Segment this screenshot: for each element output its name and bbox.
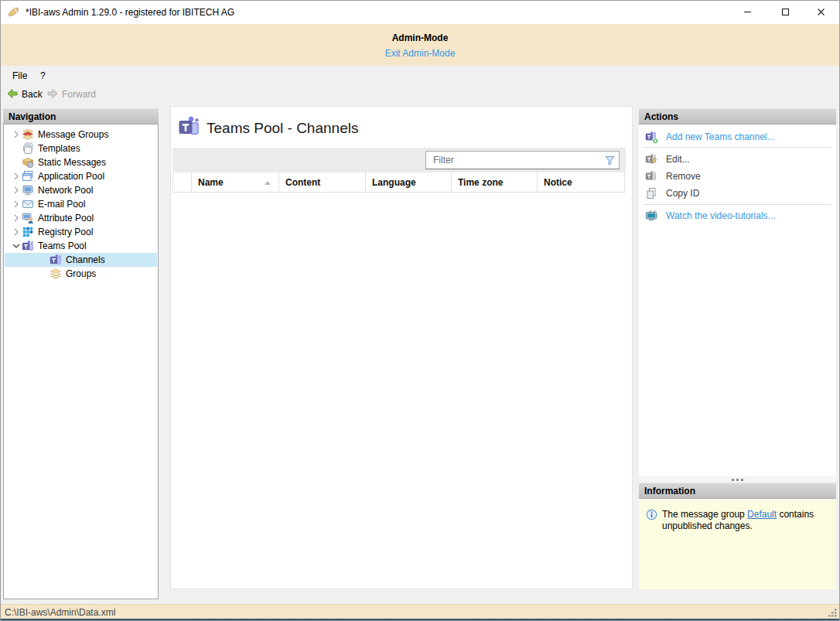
registry-pool-icon bbox=[22, 226, 34, 238]
table-body-empty bbox=[172, 193, 626, 587]
menu-bar: File ? bbox=[0, 66, 840, 84]
tree-item-attribute-pool[interactable]: Attribute Pool bbox=[5, 211, 157, 225]
navigation-panel: Navigation Message Groups Templates Stat… bbox=[3, 108, 159, 599]
minimize-button[interactable] bbox=[729, 0, 765, 24]
information-header: Information bbox=[639, 483, 836, 499]
navigation-header: Navigation bbox=[3, 108, 159, 125]
main-panel: Teams Pool - Channels Name Content Langu… bbox=[170, 106, 633, 589]
column-header-notice[interactable]: Notice bbox=[538, 172, 625, 193]
data-file-path: C:\IBI-aws\Admin\Data.xml bbox=[5, 607, 115, 618]
action-remove[interactable]: Remove bbox=[639, 169, 836, 184]
action-label: Copy ID bbox=[666, 188, 699, 199]
tree-item-label: Channels bbox=[66, 254, 105, 265]
add-teams-channel-icon bbox=[645, 131, 658, 144]
expander-icon[interactable] bbox=[11, 213, 22, 223]
back-label: Back bbox=[22, 89, 43, 100]
column-header-timezone[interactable]: Time zone bbox=[452, 172, 538, 193]
panel-splitter-handle[interactable] bbox=[639, 476, 836, 483]
application-pool-icon bbox=[22, 170, 34, 183]
tree-item-label: Attribute Pool bbox=[38, 213, 94, 223]
expander-icon[interactable] bbox=[11, 129, 22, 140]
toolbar: Back Forward bbox=[0, 84, 840, 104]
filter-input[interactable] bbox=[426, 152, 599, 169]
video-tutorials-icon bbox=[645, 210, 658, 223]
tree-item-templates[interactable]: Templates bbox=[5, 142, 157, 155]
forward-label: Forward bbox=[62, 89, 96, 100]
attribute-pool-icon bbox=[22, 212, 34, 224]
tree-item-label: Message Groups bbox=[38, 129, 108, 140]
app-icon bbox=[7, 5, 20, 19]
action-add-teams-channel[interactable]: Add new Teams channel... bbox=[639, 129, 836, 145]
tree-item-registry-pool[interactable]: Registry Pool bbox=[5, 225, 157, 239]
network-pool-icon bbox=[22, 184, 34, 196]
tree-item-static-messages[interactable]: Static Messages bbox=[5, 155, 157, 169]
tree-item-message-groups[interactable]: Message Groups bbox=[5, 128, 157, 142]
expander-spacer bbox=[11, 157, 22, 168]
collapse-icon[interactable] bbox=[11, 241, 22, 251]
column-header-content[interactable]: Content bbox=[279, 172, 366, 193]
copy-id-icon bbox=[645, 187, 658, 200]
table-header-indicator-column bbox=[172, 172, 192, 193]
default-message-group-link[interactable]: Default bbox=[747, 509, 777, 520]
actions-header: Actions bbox=[639, 108, 836, 125]
action-label: Edit... bbox=[666, 154, 690, 165]
info-text-before: The message group bbox=[662, 509, 747, 520]
forward-button[interactable]: Forward bbox=[46, 87, 96, 102]
action-label: Remove bbox=[666, 171, 701, 182]
back-button[interactable]: Back bbox=[6, 87, 43, 102]
column-header-name[interactable]: Name bbox=[192, 172, 279, 193]
tree-item-groups[interactable]: Groups bbox=[5, 267, 157, 281]
maximize-button[interactable] bbox=[767, 0, 803, 24]
tree-item-channels[interactable]: Channels bbox=[5, 253, 157, 267]
expander-icon[interactable] bbox=[11, 227, 22, 237]
tree-item-email-pool[interactable]: E-mail Pool bbox=[5, 197, 157, 211]
menu-file[interactable]: File bbox=[8, 69, 32, 83]
edit-icon bbox=[645, 153, 658, 166]
actions-separator bbox=[644, 147, 831, 148]
information-message: The message group Default contains unpub… bbox=[662, 509, 823, 532]
action-watch-video-tutorials[interactable]: Watch the video-tutorials... bbox=[639, 208, 836, 223]
menu-help[interactable]: ? bbox=[36, 69, 50, 83]
action-copy-id[interactable]: Copy ID bbox=[639, 186, 836, 201]
title-bar: *IBI-aws Admin 1.29.0 - registered for I… bbox=[0, 0, 840, 24]
close-button[interactable] bbox=[803, 0, 838, 24]
tree-item-label: Groups bbox=[66, 268, 96, 279]
tree-item-application-pool[interactable]: Application Pool bbox=[5, 169, 157, 183]
exit-admin-mode-link[interactable]: Exit Admin-Mode bbox=[0, 48, 840, 59]
column-header-language[interactable]: Language bbox=[366, 172, 452, 193]
expander-icon[interactable] bbox=[11, 185, 22, 196]
status-bar: C:\IBI-aws\Admin\Data.xml bbox=[0, 604, 840, 619]
column-label: Content bbox=[285, 177, 320, 188]
tree-item-network-pool[interactable]: Network Pool bbox=[5, 183, 157, 197]
templates-icon bbox=[22, 142, 34, 155]
remove-icon bbox=[645, 170, 658, 183]
page-title: Teams Pool - Channels bbox=[207, 120, 358, 137]
filter-funnel-icon[interactable] bbox=[604, 155, 616, 166]
tree-item-label: Network Pool bbox=[38, 185, 93, 196]
expander-icon[interactable] bbox=[11, 171, 22, 182]
expander-icon[interactable] bbox=[11, 199, 22, 210]
tree-item-label: Templates bbox=[38, 143, 80, 154]
filter-band bbox=[172, 148, 626, 172]
teams-title-icon bbox=[178, 115, 200, 138]
info-icon bbox=[646, 509, 657, 520]
expander-spacer bbox=[39, 254, 50, 265]
tree-item-teams-pool[interactable]: Teams Pool bbox=[5, 239, 157, 253]
admin-mode-title: Admin-Mode bbox=[0, 32, 840, 43]
teams-channels-icon bbox=[50, 254, 62, 266]
column-label: Time zone bbox=[458, 177, 503, 188]
resize-grip[interactable] bbox=[828, 608, 838, 618]
expander-spacer bbox=[39, 268, 50, 279]
action-label: Watch the video-tutorials... bbox=[666, 210, 776, 221]
table-header-row: Name Content Language Time zone Notice bbox=[172, 172, 626, 193]
action-edit[interactable]: Edit... bbox=[639, 152, 836, 167]
column-label: Name bbox=[198, 177, 224, 188]
tree-item-label: Static Messages bbox=[38, 157, 106, 168]
information-panel: The message group Default contains unpub… bbox=[639, 500, 836, 589]
static-messages-icon bbox=[22, 156, 34, 169]
email-pool-icon bbox=[22, 198, 34, 210]
teams-pool-icon bbox=[22, 240, 34, 252]
admin-mode-banner: Admin-Mode Exit Admin-Mode bbox=[0, 24, 840, 66]
app-window: *IBI-aws Admin 1.29.0 - registered for I… bbox=[0, 0, 840, 621]
window-title: *IBI-aws Admin 1.29.0 - registered for I… bbox=[26, 7, 234, 18]
